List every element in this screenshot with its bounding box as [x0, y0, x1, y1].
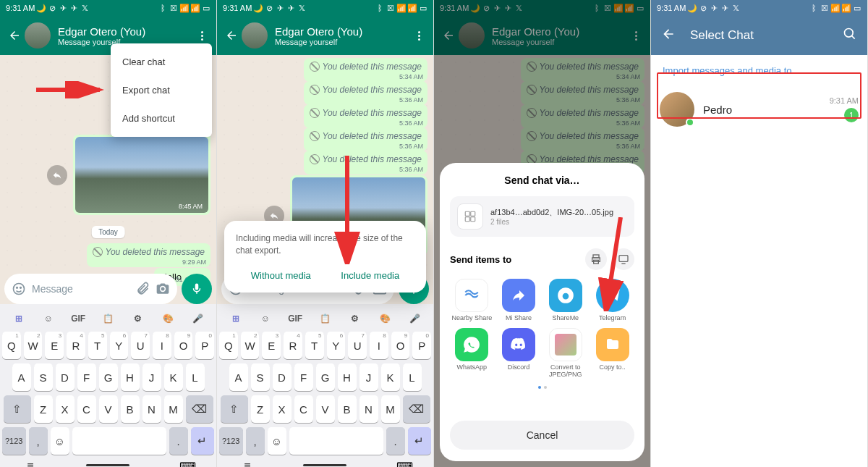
- camera-icon[interactable]: [156, 282, 170, 296]
- key-y[interactable]: 6Y: [327, 332, 346, 359]
- palette-icon[interactable]: 🎨: [159, 310, 176, 327]
- key-p[interactable]: 0P: [412, 332, 431, 359]
- key-p[interactable]: 0P: [195, 332, 214, 359]
- attach-icon[interactable]: [135, 282, 150, 296]
- key-l[interactable]: L: [403, 363, 422, 391]
- key-k[interactable]: K: [381, 363, 400, 391]
- key-j[interactable]: J: [359, 363, 378, 391]
- mic-button[interactable]: [182, 274, 212, 304]
- avatar[interactable]: [242, 22, 268, 49]
- app-shareme[interactable]: ShareMe: [544, 279, 588, 322]
- key-o[interactable]: 9O: [174, 332, 193, 359]
- clear-chat-menu[interactable]: Clear chat: [111, 48, 212, 76]
- nav-menu-icon[interactable]: ≡: [27, 460, 37, 467]
- key-z[interactable]: Z: [34, 395, 53, 423]
- key-e[interactable]: 3E: [262, 332, 281, 359]
- export-chat-menu[interactable]: Export chat: [111, 76, 212, 104]
- deleted-message[interactable]: You deleted this message5:36 AM: [304, 81, 427, 105]
- grid-icon[interactable]: ⊞: [10, 310, 27, 327]
- key-b[interactable]: B: [121, 395, 140, 423]
- key-r[interactable]: 4R: [67, 332, 85, 359]
- key-h[interactable]: H: [338, 363, 357, 391]
- gif-button[interactable]: GIF: [69, 310, 87, 327]
- enter-key[interactable]: ↵: [191, 427, 215, 455]
- key-k[interactable]: K: [164, 363, 183, 391]
- key-u[interactable]: 7U: [131, 332, 150, 359]
- search-icon[interactable]: [843, 27, 857, 44]
- key-w[interactable]: 2W: [24, 332, 43, 359]
- key-w[interactable]: 2W: [241, 332, 260, 359]
- back-icon[interactable]: [224, 28, 239, 43]
- backspace-key[interactable]: ⌫: [186, 395, 213, 423]
- key-m[interactable]: M: [381, 395, 400, 423]
- key-f[interactable]: F: [294, 363, 313, 391]
- key-e[interactable]: 3E: [45, 332, 64, 359]
- key-j[interactable]: J: [142, 363, 161, 391]
- key-s[interactable]: S: [34, 363, 53, 391]
- key-y[interactable]: 6Y: [110, 332, 129, 359]
- image-message[interactable]: 8:45 AM: [73, 135, 210, 215]
- key-v[interactable]: V: [99, 395, 118, 423]
- key-q[interactable]: 1Q: [219, 332, 238, 359]
- back-icon[interactable]: [661, 27, 676, 44]
- menu-icon[interactable]: [195, 31, 209, 41]
- space-key[interactable]: [72, 427, 166, 455]
- key-h[interactable]: H: [121, 363, 140, 391]
- key-c[interactable]: C: [294, 395, 313, 423]
- deleted-message[interactable]: You deleted this message5:36 AM: [304, 127, 427, 151]
- sticker-icon[interactable]: ☺: [40, 310, 57, 327]
- period-key[interactable]: .: [169, 427, 188, 455]
- key-n[interactable]: N: [142, 395, 161, 423]
- key-g[interactable]: G: [99, 363, 118, 391]
- key-m[interactable]: M: [164, 395, 183, 423]
- key-i[interactable]: 8I: [153, 332, 171, 359]
- chat-row-pedro[interactable]: Pedro 9:31 AM 1: [651, 86, 867, 132]
- key-d[interactable]: D: [273, 363, 292, 391]
- key-l[interactable]: L: [186, 363, 205, 391]
- key-x[interactable]: X: [56, 395, 75, 423]
- key-a[interactable]: A: [229, 363, 248, 391]
- numbers-key[interactable]: ?123: [2, 427, 26, 455]
- shift-key[interactable]: ⇧: [4, 395, 31, 423]
- key-u[interactable]: 7U: [348, 332, 367, 359]
- avatar[interactable]: [25, 22, 51, 49]
- emoji-icon[interactable]: [12, 282, 26, 296]
- deleted-message[interactable]: You deleted this message5:36 AM: [304, 151, 427, 174]
- cancel-button[interactable]: Cancel: [450, 421, 634, 450]
- key-n[interactable]: N: [359, 395, 378, 423]
- forward-icon[interactable]: [47, 165, 67, 185]
- app-copy[interactable]: Copy to..: [590, 328, 634, 379]
- key-r[interactable]: 4R: [284, 332, 302, 359]
- include-media-button[interactable]: Include media: [341, 270, 399, 281]
- key-t[interactable]: 5T: [88, 332, 107, 359]
- menu-icon[interactable]: [412, 31, 426, 41]
- deleted-message[interactable]: You deleted this message9:29 AM: [87, 243, 210, 267]
- key-a[interactable]: A: [12, 363, 31, 391]
- nav-kb-icon[interactable]: ⌨: [179, 460, 190, 467]
- key-t[interactable]: 5T: [305, 332, 324, 359]
- backspace-key[interactable]: ⌫: [403, 395, 430, 423]
- deleted-message[interactable]: You deleted this message5:36 AM: [304, 104, 427, 128]
- key-d[interactable]: D: [56, 363, 75, 391]
- nav-home[interactable]: [86, 464, 129, 466]
- clipboard-icon[interactable]: 📋: [99, 310, 116, 327]
- key-s[interactable]: S: [251, 363, 270, 391]
- key-g[interactable]: G: [316, 363, 335, 391]
- settings-icon[interactable]: ⚙: [129, 310, 147, 327]
- emoji-key[interactable]: ☺: [51, 427, 69, 455]
- message-input[interactable]: Message: [4, 274, 177, 304]
- app-nearby-share[interactable]: Nearby Share: [450, 279, 494, 322]
- mic-icon[interactable]: 🎤: [189, 310, 206, 327]
- key-z[interactable]: Z: [251, 395, 270, 423]
- app-convert[interactable]: Convert to JPEG/PNG: [544, 328, 588, 379]
- key-f[interactable]: F: [77, 363, 96, 391]
- add-shortcut-menu[interactable]: Add shortcut: [111, 104, 212, 132]
- app-discord[interactable]: Discord: [497, 328, 541, 379]
- key-v[interactable]: V: [316, 395, 335, 423]
- deleted-message[interactable]: You deleted this message5:34 AM: [304, 58, 427, 82]
- shift-key[interactable]: ⇧: [221, 395, 248, 423]
- without-media-button[interactable]: Without media: [251, 270, 311, 281]
- key-i[interactable]: 8I: [370, 332, 388, 359]
- back-icon[interactable]: [7, 28, 22, 43]
- key-x[interactable]: X: [273, 395, 292, 423]
